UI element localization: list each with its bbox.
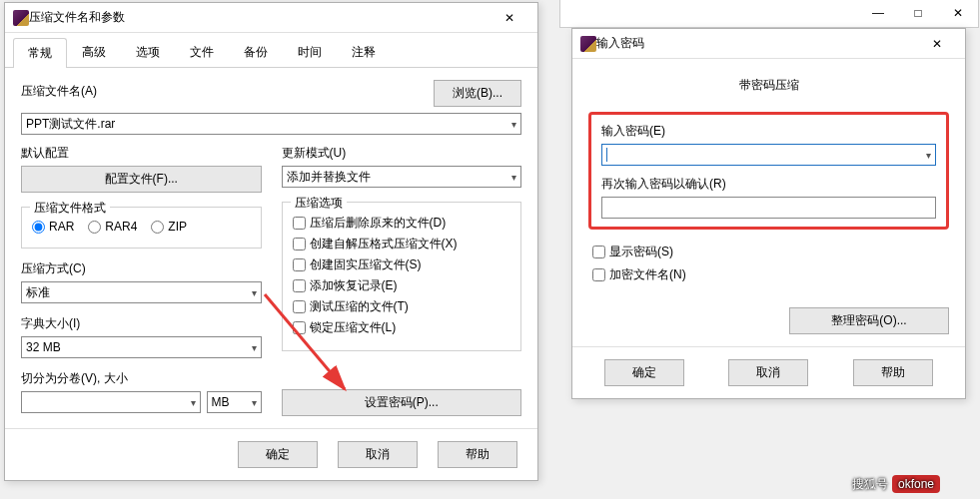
tab-comment[interactable]: 注释: [337, 37, 391, 67]
chevron-down-icon: ▾: [191, 397, 196, 408]
pwd-ok-button[interactable]: 确定: [604, 359, 684, 386]
organize-passwords-button[interactable]: 整理密码(O)...: [789, 307, 949, 334]
opt-delete-after[interactable]: 压缩后删除原来的文件(D): [293, 215, 511, 232]
method-label: 压缩方式(C): [21, 260, 262, 277]
split-label: 切分为分卷(V), 大小: [21, 370, 262, 387]
chevron-down-icon: ▾: [511, 119, 516, 130]
tab-backup[interactable]: 备份: [229, 37, 283, 67]
password-confirm-input[interactable]: [601, 197, 936, 219]
bg-maximize[interactable]: □: [898, 0, 938, 27]
chevron-down-icon: ▾: [252, 342, 257, 353]
pwd-cancel-button[interactable]: 取消: [728, 359, 808, 386]
opt-test[interactable]: 测试压缩的文件(T): [293, 298, 511, 315]
chevron-down-icon: ▾: [252, 287, 257, 298]
format-rar[interactable]: RAR: [32, 220, 74, 234]
method-select[interactable]: 标准 ▾: [21, 281, 262, 303]
encrypt-names-check[interactable]: 加密文件名(N): [592, 266, 945, 283]
profiles-button[interactable]: 配置文件(F)...: [21, 166, 262, 193]
archive-name-input[interactable]: PPT测试文件.rar ▾: [21, 113, 521, 135]
split-size-input[interactable]: ▾: [21, 391, 201, 413]
pwd-titlebar: 输入密码 ✕: [572, 29, 965, 59]
options-label: 压缩选项: [291, 195, 347, 212]
opt-recovery[interactable]: 添加恢复记录(E): [293, 277, 511, 294]
main-close-button[interactable]: ✕: [490, 4, 529, 32]
set-password-button[interactable]: 设置密码(P)...: [282, 389, 522, 416]
main-cancel-button[interactable]: 取消: [338, 441, 418, 468]
chevron-down-icon: ▾: [926, 150, 931, 161]
main-titlebar: 压缩文件名和参数 ✕: [5, 3, 537, 33]
chevron-down-icon: ▾: [252, 397, 257, 408]
dict-select[interactable]: 32 MB ▾: [21, 336, 262, 358]
main-ok-button[interactable]: 确定: [238, 441, 318, 468]
split-unit-value: MB: [212, 395, 230, 409]
app-icon: [580, 36, 596, 52]
dict-value: 32 MB: [26, 340, 61, 354]
main-title: 压缩文件名和参数: [29, 9, 490, 26]
opt-solid[interactable]: 创建固实压缩文件(S): [293, 256, 511, 273]
tab-strip: 常规 高级 选项 文件 备份 时间 注释: [5, 33, 537, 68]
opt-sfx[interactable]: 创建自解压格式压缩文件(X): [293, 236, 511, 252]
password-highlight-box: 输入密码(E) ▾ 再次输入密码以确认(R): [588, 112, 949, 230]
split-unit-select[interactable]: MB ▾: [207, 391, 262, 413]
pwd-title: 输入密码: [596, 35, 917, 52]
tab-time[interactable]: 时间: [283, 37, 337, 67]
update-mode-select[interactable]: 添加并替换文件 ▾: [282, 166, 522, 188]
format-rar4[interactable]: RAR4: [88, 220, 137, 234]
app-icon: [13, 10, 29, 26]
archive-name-value: PPT测试文件.rar: [26, 116, 115, 133]
dict-label: 字典大小(I): [21, 315, 262, 332]
enter-password-label: 输入密码(E): [601, 123, 936, 140]
bg-close[interactable]: ✕: [938, 0, 978, 27]
show-password-check[interactable]: 显示密码(S): [592, 244, 945, 260]
password-input[interactable]: ▾: [601, 144, 936, 166]
update-mode-label: 更新模式(U): [282, 145, 522, 162]
pwd-close-button[interactable]: ✕: [917, 30, 957, 58]
method-value: 标准: [26, 284, 50, 301]
opt-lock[interactable]: 锁定压缩文件(L): [293, 319, 511, 336]
pwd-help-button[interactable]: 帮助: [853, 359, 933, 386]
pwd-subtitle: 带密码压缩: [588, 77, 949, 94]
update-mode-value: 添加并替换文件: [287, 169, 371, 186]
reenter-password-label: 再次输入密码以确认(R): [601, 176, 936, 193]
default-profile-label: 默认配置: [21, 145, 262, 162]
tab-files[interactable]: 文件: [175, 37, 229, 67]
format-zip[interactable]: ZIP: [151, 220, 187, 234]
tab-general[interactable]: 常规: [13, 38, 67, 68]
browse-button[interactable]: 浏览(B)...: [434, 80, 521, 107]
archive-name-label: 压缩文件名(A): [21, 83, 97, 100]
chevron-down-icon: ▾: [511, 172, 516, 183]
watermark: 搜狐号okfone: [852, 472, 940, 493]
bg-minimize[interactable]: —: [858, 0, 898, 27]
tab-options[interactable]: 选项: [121, 37, 175, 67]
format-label: 压缩文件格式: [30, 200, 110, 217]
main-help-button[interactable]: 帮助: [438, 441, 517, 468]
tab-advanced[interactable]: 高级: [67, 37, 121, 67]
